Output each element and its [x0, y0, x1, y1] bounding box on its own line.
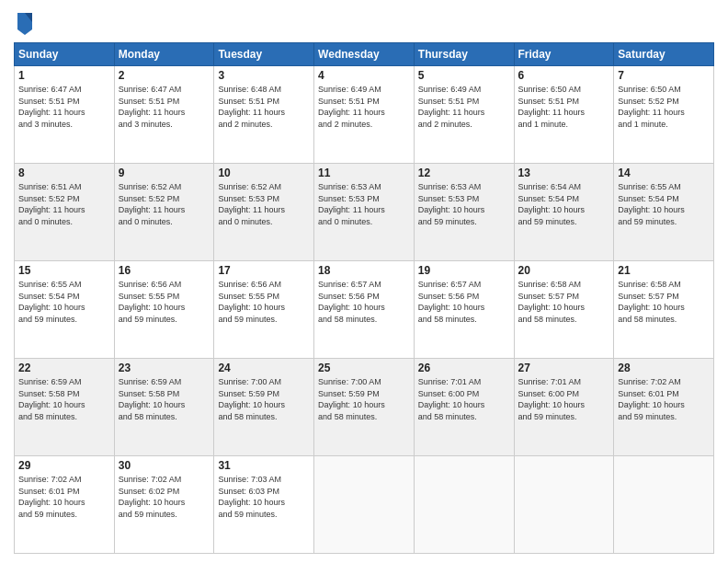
day-info: Sunrise: 7:02 AM Sunset: 6:02 PM Dayligh…: [119, 474, 210, 520]
day-info: Sunrise: 6:50 AM Sunset: 5:51 PM Dayligh…: [518, 84, 610, 130]
day-number: 31: [218, 459, 310, 472]
weekday-saturday: Saturday: [614, 43, 714, 66]
day-number: 23: [119, 362, 210, 374]
day-number: 15: [18, 264, 110, 277]
calendar-day-cell: 27Sunrise: 7:01 AM Sunset: 6:00 PM Dayli…: [514, 359, 614, 456]
day-info: Sunrise: 6:51 AM Sunset: 5:52 PM Dayligh…: [18, 181, 110, 227]
day-number: 28: [618, 362, 710, 374]
logo: [14, 9, 34, 35]
calendar-table: SundayMondayTuesdayWednesdayThursdayFrid…: [14, 42, 714, 554]
calendar-day-cell: [314, 456, 415, 554]
day-info: Sunrise: 6:47 AM Sunset: 5:51 PM Dayligh…: [18, 84, 110, 130]
day-info: Sunrise: 6:55 AM Sunset: 5:54 PM Dayligh…: [18, 279, 110, 325]
day-number: 5: [418, 69, 510, 82]
calendar-day-cell: 6Sunrise: 6:50 AM Sunset: 5:51 PM Daylig…: [514, 66, 614, 164]
calendar-day-cell: 19Sunrise: 6:57 AM Sunset: 5:56 PM Dayli…: [414, 261, 514, 359]
day-info: Sunrise: 6:54 AM Sunset: 5:54 PM Dayligh…: [518, 181, 610, 227]
day-info: Sunrise: 6:53 AM Sunset: 5:53 PM Dayligh…: [418, 181, 510, 227]
day-info: Sunrise: 6:52 AM Sunset: 5:52 PM Dayligh…: [119, 181, 210, 227]
weekday-wednesday: Wednesday: [314, 43, 415, 66]
calendar-day-cell: 15Sunrise: 6:55 AM Sunset: 5:54 PM Dayli…: [15, 261, 115, 359]
calendar-week-row: 8Sunrise: 6:51 AM Sunset: 5:52 PM Daylig…: [15, 164, 714, 261]
header: [14, 9, 714, 35]
day-info: Sunrise: 6:50 AM Sunset: 5:52 PM Dayligh…: [618, 84, 710, 130]
day-info: Sunrise: 6:55 AM Sunset: 5:54 PM Dayligh…: [618, 181, 710, 227]
calendar-day-cell: 3Sunrise: 6:48 AM Sunset: 5:51 PM Daylig…: [214, 66, 314, 164]
day-info: Sunrise: 7:02 AM Sunset: 6:01 PM Dayligh…: [18, 474, 110, 520]
weekday-header-row: SundayMondayTuesdayWednesdayThursdayFrid…: [15, 43, 714, 66]
calendar-day-cell: 25Sunrise: 7:00 AM Sunset: 5:59 PM Dayli…: [314, 359, 415, 456]
calendar-day-cell: 28Sunrise: 7:02 AM Sunset: 6:01 PM Dayli…: [614, 359, 714, 456]
day-number: 17: [218, 264, 310, 277]
day-info: Sunrise: 7:03 AM Sunset: 6:03 PM Dayligh…: [218, 474, 310, 520]
day-number: 22: [18, 362, 110, 374]
calendar-day-cell: [614, 456, 714, 554]
day-info: Sunrise: 7:00 AM Sunset: 5:59 PM Dayligh…: [318, 376, 410, 422]
calendar-day-cell: 12Sunrise: 6:53 AM Sunset: 5:53 PM Dayli…: [414, 164, 514, 261]
day-number: 3: [218, 69, 310, 82]
calendar-week-row: 22Sunrise: 6:59 AM Sunset: 5:58 PM Dayli…: [15, 359, 714, 456]
day-number: 8: [18, 167, 110, 179]
day-number: 10: [218, 167, 310, 179]
calendar-day-cell: 5Sunrise: 6:49 AM Sunset: 5:51 PM Daylig…: [414, 66, 514, 164]
day-info: Sunrise: 6:53 AM Sunset: 5:53 PM Dayligh…: [318, 181, 410, 227]
day-info: Sunrise: 6:59 AM Sunset: 5:58 PM Dayligh…: [119, 376, 210, 422]
day-number: 25: [318, 362, 410, 374]
calendar-day-cell: [414, 456, 514, 554]
day-number: 9: [119, 167, 210, 179]
day-info: Sunrise: 7:00 AM Sunset: 5:59 PM Dayligh…: [218, 376, 310, 422]
weekday-thursday: Thursday: [414, 43, 514, 66]
day-number: 1: [18, 69, 110, 82]
weekday-sunday: Sunday: [15, 43, 115, 66]
day-info: Sunrise: 6:57 AM Sunset: 5:56 PM Dayligh…: [418, 279, 510, 325]
calendar-day-cell: 4Sunrise: 6:49 AM Sunset: 5:51 PM Daylig…: [314, 66, 415, 164]
logo-icon: [16, 9, 34, 35]
calendar-day-cell: 21Sunrise: 6:58 AM Sunset: 5:57 PM Dayli…: [614, 261, 714, 359]
day-number: 18: [318, 264, 410, 277]
day-number: 26: [418, 362, 510, 374]
day-number: 13: [518, 167, 610, 179]
calendar-day-cell: 22Sunrise: 6:59 AM Sunset: 5:58 PM Dayli…: [15, 359, 115, 456]
calendar-week-row: 29Sunrise: 7:02 AM Sunset: 6:01 PM Dayli…: [15, 456, 714, 554]
day-info: Sunrise: 6:57 AM Sunset: 5:56 PM Dayligh…: [318, 279, 410, 325]
day-number: 29: [18, 459, 110, 472]
day-number: 24: [218, 362, 310, 374]
calendar-day-cell: 20Sunrise: 6:58 AM Sunset: 5:57 PM Dayli…: [514, 261, 614, 359]
calendar-day-cell: 11Sunrise: 6:53 AM Sunset: 5:53 PM Dayli…: [314, 164, 415, 261]
calendar-week-row: 15Sunrise: 6:55 AM Sunset: 5:54 PM Dayli…: [15, 261, 714, 359]
day-info: Sunrise: 6:49 AM Sunset: 5:51 PM Dayligh…: [418, 84, 510, 130]
day-info: Sunrise: 6:56 AM Sunset: 5:55 PM Dayligh…: [218, 279, 310, 325]
day-number: 21: [618, 264, 710, 277]
calendar-day-cell: 10Sunrise: 6:52 AM Sunset: 5:53 PM Dayli…: [214, 164, 314, 261]
day-number: 14: [618, 167, 710, 179]
calendar-day-cell: [514, 456, 614, 554]
calendar-day-cell: 16Sunrise: 6:56 AM Sunset: 5:55 PM Dayli…: [114, 261, 214, 359]
day-number: 30: [119, 459, 210, 472]
day-number: 20: [518, 264, 610, 277]
day-info: Sunrise: 7:01 AM Sunset: 6:00 PM Dayligh…: [418, 376, 510, 422]
day-number: 19: [418, 264, 510, 277]
calendar-day-cell: 8Sunrise: 6:51 AM Sunset: 5:52 PM Daylig…: [15, 164, 115, 261]
calendar-day-cell: 31Sunrise: 7:03 AM Sunset: 6:03 PM Dayli…: [214, 456, 314, 554]
day-info: Sunrise: 7:01 AM Sunset: 6:00 PM Dayligh…: [518, 376, 610, 422]
calendar-week-row: 1Sunrise: 6:47 AM Sunset: 5:51 PM Daylig…: [15, 66, 714, 164]
calendar-day-cell: 2Sunrise: 6:47 AM Sunset: 5:51 PM Daylig…: [114, 66, 214, 164]
calendar-day-cell: 14Sunrise: 6:55 AM Sunset: 5:54 PM Dayli…: [614, 164, 714, 261]
calendar-day-cell: 13Sunrise: 6:54 AM Sunset: 5:54 PM Dayli…: [514, 164, 614, 261]
calendar-day-cell: 9Sunrise: 6:52 AM Sunset: 5:52 PM Daylig…: [114, 164, 214, 261]
day-number: 16: [119, 264, 210, 277]
calendar-day-cell: 24Sunrise: 7:00 AM Sunset: 5:59 PM Dayli…: [214, 359, 314, 456]
day-number: 2: [119, 69, 210, 82]
day-info: Sunrise: 6:58 AM Sunset: 5:57 PM Dayligh…: [518, 279, 610, 325]
weekday-friday: Friday: [514, 43, 614, 66]
calendar-day-cell: 30Sunrise: 7:02 AM Sunset: 6:02 PM Dayli…: [114, 456, 214, 554]
day-number: 4: [318, 69, 410, 82]
page: SundayMondayTuesdayWednesdayThursdayFrid…: [0, 0, 728, 563]
calendar-day-cell: 26Sunrise: 7:01 AM Sunset: 6:00 PM Dayli…: [414, 359, 514, 456]
day-info: Sunrise: 6:59 AM Sunset: 5:58 PM Dayligh…: [18, 376, 110, 422]
calendar-day-cell: 18Sunrise: 6:57 AM Sunset: 5:56 PM Dayli…: [314, 261, 415, 359]
day-info: Sunrise: 6:56 AM Sunset: 5:55 PM Dayligh…: [119, 279, 210, 325]
day-info: Sunrise: 6:49 AM Sunset: 5:51 PM Dayligh…: [318, 84, 410, 130]
weekday-tuesday: Tuesday: [214, 43, 314, 66]
calendar-day-cell: 29Sunrise: 7:02 AM Sunset: 6:01 PM Dayli…: [15, 456, 115, 554]
